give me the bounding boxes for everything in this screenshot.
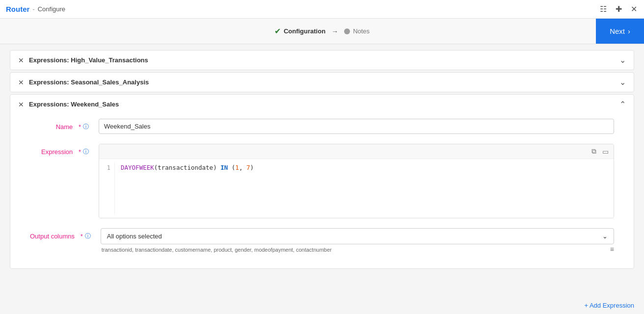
copy-icon: ⧉ bbox=[591, 147, 596, 155]
expression-card-2: ✕ Expressions: Seasonal_Sales_Analysis ⌄ bbox=[10, 72, 634, 92]
step-bar: ✔ Configuration → Notes Next › bbox=[0, 19, 644, 44]
name-info-icon[interactable]: ⓘ bbox=[83, 123, 89, 131]
line-number-1: 1 bbox=[103, 163, 110, 173]
name-input[interactable] bbox=[99, 119, 614, 134]
notes-label: Notes bbox=[353, 27, 370, 35]
code-editor-toolbar: ⧉ ▭ bbox=[99, 144, 614, 159]
expression-name-2: Seasonal_Sales_Analysis bbox=[71, 78, 149, 86]
expression-header-1[interactable]: ✕ Expressions: High_Value_Transactions ⌄ bbox=[10, 51, 634, 70]
step-configuration: ✔ Configuration bbox=[274, 26, 325, 36]
chevron-down-2-icon: ⌄ bbox=[619, 78, 626, 87]
expression-expanded-header[interactable]: ✕ Expressions: Weekend_Sales ⌃ bbox=[10, 95, 634, 114]
name-label: Name * ⓘ bbox=[30, 119, 89, 131]
title-bar: Router - Configure ☷ ✚ ✕ bbox=[0, 0, 644, 19]
expression-required-star: * bbox=[79, 148, 81, 156]
close-icon: ✕ bbox=[631, 4, 637, 14]
expression-title-2: Expressions: Seasonal_Sales_Analysis bbox=[29, 78, 149, 86]
close-expression-3-button[interactable]: ✕ bbox=[18, 101, 24, 108]
step-bar-content: ✔ Configuration → Notes bbox=[274, 26, 370, 36]
output-tags-row: transactionid, transactiondate, customer… bbox=[101, 244, 614, 254]
expression-label: Expression * ⓘ bbox=[30, 144, 89, 156]
configuration-label: Configuration bbox=[284, 27, 325, 35]
expression-label-prefix-1: Expressions: bbox=[29, 56, 71, 64]
add-expression-label: + Add Expression bbox=[584, 302, 634, 309]
name-required-star: * bbox=[79, 123, 81, 131]
expression-label-prefix-3: Expressions: bbox=[29, 101, 71, 108]
app-name: Router bbox=[6, 5, 29, 13]
title-bar-icons: ☷ ✚ ✕ bbox=[599, 3, 638, 15]
chevron-up-3-icon: ⌃ bbox=[619, 100, 626, 109]
code-content[interactable]: DAYOFWEEK(transactiondate) IN (1, 7) bbox=[115, 163, 260, 214]
copy-code-button[interactable]: ⧉ bbox=[590, 146, 597, 157]
title-bar-left: Router - Configure bbox=[6, 5, 65, 13]
step-notes: Notes bbox=[344, 27, 370, 35]
expand-code-button[interactable]: ▭ bbox=[601, 146, 610, 157]
expression-row: Expression * ⓘ ⧉ ▭ 1 DAYOFWEEK(transact bbox=[10, 139, 634, 223]
expression-info-icon[interactable]: ⓘ bbox=[83, 148, 89, 156]
output-required-star: * bbox=[80, 233, 83, 240]
output-select-wrapper: All options selected ⌄ transactionid, tr… bbox=[101, 228, 614, 254]
expression-expanded-header-left: ✕ Expressions: Weekend_Sales bbox=[18, 101, 119, 108]
output-columns-label: Output columns * ⓘ bbox=[30, 228, 91, 240]
expression-header-2[interactable]: ✕ Expressions: Seasonal_Sales_Analysis ⌄ bbox=[10, 73, 634, 92]
line-numbers: 1 bbox=[99, 163, 115, 214]
expression-card-1: ✕ Expressions: High_Value_Transactions ⌄ bbox=[10, 50, 634, 70]
next-label: Next bbox=[610, 27, 625, 35]
step-arrow-icon: → bbox=[331, 27, 338, 35]
output-columns-select[interactable]: All options selected ⌄ bbox=[101, 228, 614, 244]
expression-title-3: Expressions: Weekend_Sales bbox=[29, 101, 119, 108]
notes-dot-icon bbox=[344, 28, 350, 34]
code-editor: ⧉ ▭ 1 DAYOFWEEK(transactiondate) IN (1, … bbox=[99, 144, 614, 218]
chevron-down-1-icon: ⌄ bbox=[619, 55, 626, 65]
expression-name-3: Weekend_Sales bbox=[71, 101, 119, 108]
title-separator: - bbox=[32, 5, 34, 13]
expression-label-prefix-2: Expressions: bbox=[29, 78, 71, 86]
output-columns-row: Output columns * ⓘ All options selected … bbox=[10, 223, 634, 259]
next-button[interactable]: Next › bbox=[596, 19, 644, 44]
expression-card-3-expanded: ✕ Expressions: Weekend_Sales ⌃ Name * ⓘ … bbox=[10, 94, 634, 269]
expression-header-left-1: ✕ Expressions: High_Value_Transactions bbox=[18, 56, 148, 64]
expression-name-1: High_Value_Transactions bbox=[71, 56, 148, 64]
subtitle: Configure bbox=[38, 5, 65, 13]
code-area[interactable]: 1 DAYOFWEEK(transactiondate) IN (1, 7) bbox=[99, 159, 614, 218]
close-icon-btn[interactable]: ✕ bbox=[630, 3, 638, 15]
document-icon: ☷ bbox=[600, 4, 607, 14]
document-icon-btn[interactable]: ☷ bbox=[599, 3, 608, 15]
output-columns-value: All options selected bbox=[107, 233, 162, 240]
configuration-check-icon: ✔ bbox=[274, 26, 281, 36]
output-tags: transactionid, transactiondate, customer… bbox=[101, 244, 333, 254]
expand-icon-btn[interactable]: ✚ bbox=[615, 3, 623, 15]
list-icon[interactable]: ≡ bbox=[610, 245, 614, 253]
page-footer: + Add Expression bbox=[0, 297, 644, 314]
close-expression-1-button[interactable]: ✕ bbox=[18, 56, 24, 64]
next-arrow-icon: › bbox=[628, 27, 630, 35]
expression-title-1: Expressions: High_Value_Transactions bbox=[29, 56, 148, 64]
fullscreen-icon: ▭ bbox=[602, 148, 609, 156]
expression-header-left-2: ✕ Expressions: Seasonal_Sales_Analysis bbox=[18, 78, 149, 86]
main-content: ✕ Expressions: High_Value_Transactions ⌄… bbox=[0, 44, 644, 314]
output-info-icon[interactable]: ⓘ bbox=[85, 232, 91, 240]
add-expression-button[interactable]: + Add Expression bbox=[584, 302, 634, 309]
output-chevron-down-icon: ⌄ bbox=[602, 233, 608, 240]
expand-icon: ✚ bbox=[616, 4, 622, 14]
close-expression-2-button[interactable]: ✕ bbox=[18, 78, 24, 86]
name-row: Name * ⓘ bbox=[10, 114, 634, 139]
